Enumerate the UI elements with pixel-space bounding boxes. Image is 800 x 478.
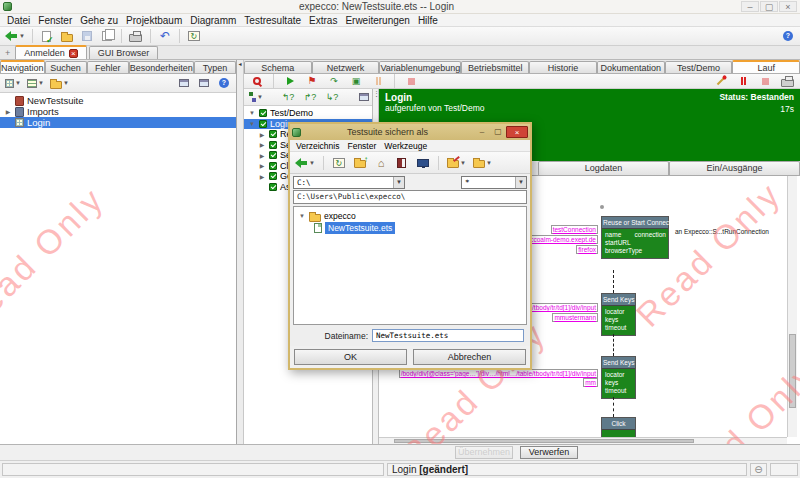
goto-step2-button[interactable]: ↱?: [301, 89, 319, 105]
goto-step1-button[interactable]: ↰?: [279, 89, 297, 105]
split-window-button[interactable]: [195, 75, 213, 91]
view-mode-button[interactable]: ▼: [3, 75, 23, 91]
panel-splitter[interactable]: ◂: [237, 60, 244, 444]
step-into-button[interactable]: ▣: [347, 73, 365, 89]
cancel-button[interactable]: Abbrechen: [413, 349, 526, 365]
dialog-title-bar[interactable]: Testsuite sichern als – ▢ ×: [290, 124, 530, 140]
pin-locator[interactable]: locator: [605, 371, 633, 379]
dialog-menu-fenster[interactable]: Fenster: [344, 141, 379, 151]
pin-connection[interactable]: connection: [635, 231, 666, 239]
close-button[interactable]: ×: [779, 1, 797, 12]
input-value-mm[interactable]: mm: [583, 378, 598, 387]
vertical-scrollbar[interactable]: [787, 176, 797, 437]
checkbox-checked-icon[interactable]: [269, 172, 277, 180]
horizontal-scrollbar[interactable]: [379, 437, 787, 444]
node-reuse-or-start-connection[interactable]: Reuse or Start Connection nameconnection…: [601, 216, 669, 259]
pause-button[interactable]: [369, 73, 387, 89]
filename-input[interactable]: NewTestsuite.ets: [372, 329, 524, 342]
expander-icon[interactable]: ▶: [258, 141, 266, 148]
tree-item-login[interactable]: Login: [0, 117, 236, 128]
new-document-button[interactable]: [98, 28, 116, 44]
pin-name[interactable]: name: [605, 231, 621, 239]
reload-view-button[interactable]: ↻: [185, 28, 203, 44]
tab-gui-browser[interactable]: GUI Browser: [89, 46, 159, 59]
tab-ein-ausgaenge[interactable]: Ein/Ausgänge: [669, 161, 800, 175]
apply-button[interactable]: Übernehmen: [455, 446, 513, 459]
dialog-menu-verzeichnis[interactable]: Verzeichnis: [293, 141, 342, 151]
path-field[interactable]: C:\Users\Public\expecco\: [293, 190, 527, 204]
expander-icon[interactable]: ▼: [248, 121, 256, 127]
input-value-firefox[interactable]: firefox: [576, 245, 598, 254]
folder-row-expecco[interactable]: ▼ expecco: [294, 210, 526, 222]
step-over-button[interactable]: ↷: [325, 73, 343, 89]
scrollbar-thumb[interactable]: [789, 334, 796, 408]
input-value-testconnection[interactable]: testConnection: [551, 225, 598, 234]
dialog-home-button[interactable]: ⌂: [372, 155, 390, 171]
dialog-menu-werkzeuge[interactable]: Werkzeuge: [381, 141, 430, 151]
tree-item-newtestsuite[interactable]: NewTestsuite: [0, 95, 236, 106]
save-button[interactable]: [78, 28, 96, 44]
dialog-computer-button[interactable]: [414, 155, 432, 171]
chevron-down-icon[interactable]: ▼: [393, 177, 404, 188]
tab-suchen[interactable]: Suchen: [45, 61, 87, 73]
tab-test-demo[interactable]: Test/Demo: [665, 61, 733, 73]
tab-dokumentation[interactable]: Dokumentation: [597, 61, 665, 73]
pin-starturl[interactable]: startURL: [605, 239, 666, 247]
run-button[interactable]: [281, 73, 299, 89]
node-send-keys-1[interactable]: Send Keys locator keys timeout: [601, 293, 636, 336]
tree-item-imports[interactable]: ▶ Imports: [0, 106, 236, 117]
menu-gehezu[interactable]: Gehe zu: [76, 15, 122, 26]
step-test-demo[interactable]: ▼ Test/Demo: [244, 108, 372, 119]
status-cell-resize[interactable]: [770, 463, 798, 476]
stop-button[interactable]: [402, 73, 420, 89]
menu-extras[interactable]: Extras: [305, 15, 341, 26]
dialog-back-button[interactable]: ▼: [293, 155, 317, 171]
stop-run-button[interactable]: [756, 73, 774, 89]
menu-diagramm[interactable]: Diagramm: [186, 15, 240, 26]
help-button[interactable]: ?: [779, 28, 797, 44]
expander-icon[interactable]: ▼: [298, 213, 306, 219]
checkbox-checked-icon[interactable]: [269, 162, 277, 170]
connector-mode-button[interactable]: ▼: [247, 89, 265, 105]
checkbox-checked-icon[interactable]: [269, 130, 277, 138]
tab-typen[interactable]: Typen: [194, 61, 236, 73]
expander-icon[interactable]: ▶: [258, 162, 266, 169]
filter-combo[interactable]: * ▼: [461, 176, 527, 189]
pin-timeout[interactable]: timeout: [605, 324, 633, 332]
checkbox-checked-icon[interactable]: [259, 120, 267, 128]
tab-navigation[interactable]: Navigation: [0, 60, 45, 73]
input-value-mmustermann[interactable]: mmustermann: [552, 313, 598, 322]
dialog-maximize-button[interactable]: ▢: [490, 126, 506, 138]
find-run-button[interactable]: [248, 73, 266, 89]
undo-button[interactable]: ↶: [156, 28, 174, 44]
tab-lauf[interactable]: Lauf: [732, 60, 800, 73]
menu-testresultate[interactable]: Testresultate: [240, 15, 305, 26]
discard-button[interactable]: Verwerfen: [520, 446, 578, 459]
pause-run-button[interactable]: [734, 73, 752, 89]
tab-schema[interactable]: Schema: [244, 61, 312, 73]
pin-keys[interactable]: keys: [605, 379, 633, 387]
expander-icon[interactable]: ▶: [258, 131, 266, 138]
pin-keys[interactable]: keys: [605, 316, 633, 324]
checkbox-checked-icon[interactable]: [269, 141, 277, 149]
tab-fehler[interactable]: Fehler: [87, 61, 129, 73]
accept-document-button[interactable]: [38, 28, 56, 44]
expander-icon[interactable]: ▶: [258, 152, 266, 159]
pin-browsertype[interactable]: browserType: [605, 247, 666, 255]
dialog-catalog-button[interactable]: [393, 155, 411, 171]
tab-logdaten[interactable]: Logdaten: [538, 161, 669, 175]
menu-projektbaum[interactable]: Projektbaum: [122, 15, 186, 26]
goto-step3-button[interactable]: ↳?: [323, 89, 341, 105]
menu-datei[interactable]: Datei: [3, 15, 34, 26]
list-mode-button[interactable]: ▼: [25, 75, 46, 91]
dialog-close-button[interactable]: ×: [506, 126, 528, 138]
dialog-refresh-button[interactable]: ↻: [330, 155, 348, 171]
folder-menu-button[interactable]: ▼: [48, 75, 71, 91]
pin-timeout[interactable]: timeout: [605, 387, 633, 395]
pin-locator[interactable]: locator: [605, 308, 633, 316]
checkbox-checked-icon[interactable]: [269, 151, 277, 159]
print-report-button[interactable]: [778, 73, 796, 89]
minimize-button[interactable]: –: [741, 1, 759, 12]
chevron-down-icon[interactable]: ▼: [515, 177, 526, 188]
debug-button[interactable]: [712, 73, 730, 89]
